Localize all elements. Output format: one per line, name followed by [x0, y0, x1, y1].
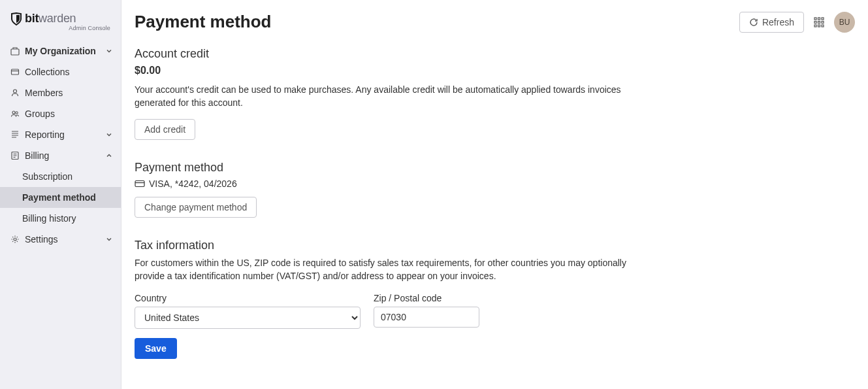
- nav-label: Collections: [25, 67, 113, 77]
- svg-rect-15: [822, 25, 824, 27]
- sidebar-nav: My Organization Collections Members: [0, 38, 121, 250]
- payment-method-section: Payment method VISA, *4242, 04/2026 Chan…: [135, 161, 631, 218]
- tax-heading: Tax information: [135, 239, 631, 252]
- refresh-label: Refresh: [762, 17, 794, 27]
- chevron-up-icon: [105, 152, 113, 160]
- svg-rect-7: [814, 18, 816, 20]
- nav-label: Subscription: [22, 171, 113, 182]
- sidebar: bitwarden Admin Console My Organization …: [0, 0, 121, 389]
- sidebar-item-settings[interactable]: Settings: [0, 229, 121, 250]
- logo-text: bitwarden: [25, 12, 76, 25]
- sidebar-item-billing[interactable]: Billing: [0, 145, 121, 166]
- sidebar-item-reporting[interactable]: Reporting: [0, 124, 121, 145]
- sidebar-item-collections[interactable]: Collections: [0, 61, 121, 82]
- country-label: Country: [135, 293, 361, 303]
- account-credit-heading: Account credit: [135, 47, 631, 61]
- nav-label: Payment method: [22, 192, 113, 203]
- add-credit-button[interactable]: Add credit: [135, 119, 195, 140]
- country-field-group: Country United States: [135, 293, 361, 329]
- card-details: VISA, *4242, 04/2026: [149, 178, 237, 189]
- svg-point-2: [14, 90, 17, 93]
- credit-card-icon: [135, 179, 145, 188]
- payment-method-heading: Payment method: [135, 161, 631, 175]
- zip-input[interactable]: [374, 307, 479, 328]
- gear-icon: [10, 235, 20, 244]
- svg-rect-11: [818, 22, 820, 24]
- reporting-icon: [10, 130, 20, 139]
- svg-rect-14: [818, 25, 820, 27]
- members-icon: [10, 88, 20, 97]
- chevron-down-icon: [105, 47, 113, 55]
- billing-icon: [10, 151, 20, 160]
- page-title: Payment method: [135, 12, 272, 32]
- refresh-icon: [749, 18, 758, 27]
- svg-rect-12: [822, 22, 824, 24]
- svg-rect-16: [135, 180, 144, 186]
- zip-label: Zip / Postal code: [374, 293, 479, 303]
- nav-label: Members: [25, 88, 113, 98]
- nav-label: Billing history: [22, 213, 113, 224]
- groups-icon: [10, 109, 20, 118]
- brand-logo: bitwarden Admin Console: [0, 0, 121, 38]
- account-credit-section: Account credit $0.00 Your account's cred…: [135, 47, 631, 140]
- nav-label: My Organization: [25, 46, 100, 56]
- credit-description: Your account's credit can be used to mak…: [135, 83, 631, 110]
- chevron-down-icon: [105, 235, 113, 243]
- svg-rect-0: [11, 49, 19, 55]
- nav-label: Reporting: [25, 129, 100, 140]
- refresh-button[interactable]: Refresh: [739, 12, 804, 33]
- page-header: Payment method Refresh BU: [135, 12, 855, 33]
- sidebar-item-billing-history[interactable]: Billing history: [0, 208, 121, 229]
- shield-logo-icon: [10, 13, 22, 25]
- svg-point-6: [14, 238, 16, 241]
- chevron-down-icon: [105, 131, 113, 139]
- svg-rect-9: [822, 18, 824, 20]
- change-payment-method-button[interactable]: Change payment method: [135, 197, 257, 218]
- svg-rect-10: [814, 22, 816, 24]
- app-switcher-icon[interactable]: [813, 16, 825, 28]
- country-select[interactable]: United States: [135, 307, 361, 329]
- nav-label: Groups: [25, 109, 113, 119]
- logo-subtitle: Admin Console: [10, 25, 110, 31]
- svg-rect-13: [814, 25, 816, 27]
- svg-rect-8: [818, 18, 820, 20]
- sidebar-item-groups[interactable]: Groups: [0, 103, 121, 124]
- collections-icon: [10, 67, 20, 76]
- main-content: Payment method Refresh BU Account credit…: [121, 0, 868, 389]
- header-actions: Refresh BU: [739, 12, 855, 33]
- zip-field-group: Zip / Postal code: [374, 293, 479, 329]
- svg-point-3: [12, 111, 15, 114]
- sidebar-item-my-organization[interactable]: My Organization: [0, 41, 121, 61]
- sidebar-item-payment-method[interactable]: Payment method: [0, 187, 121, 208]
- sidebar-item-subscription[interactable]: Subscription: [0, 166, 121, 187]
- organization-icon: [10, 46, 20, 56]
- svg-rect-1: [12, 69, 19, 75]
- sidebar-item-members[interactable]: Members: [0, 82, 121, 103]
- nav-label: Settings: [25, 234, 100, 245]
- credit-amount: $0.00: [135, 65, 631, 76]
- avatar[interactable]: BU: [834, 12, 855, 33]
- save-button[interactable]: Save: [135, 338, 177, 359]
- tax-description: For customers within the US, ZIP code is…: [135, 256, 631, 283]
- svg-point-4: [16, 112, 18, 114]
- tax-information-section: Tax information For customers within the…: [135, 239, 631, 360]
- nav-label: Billing: [25, 150, 100, 161]
